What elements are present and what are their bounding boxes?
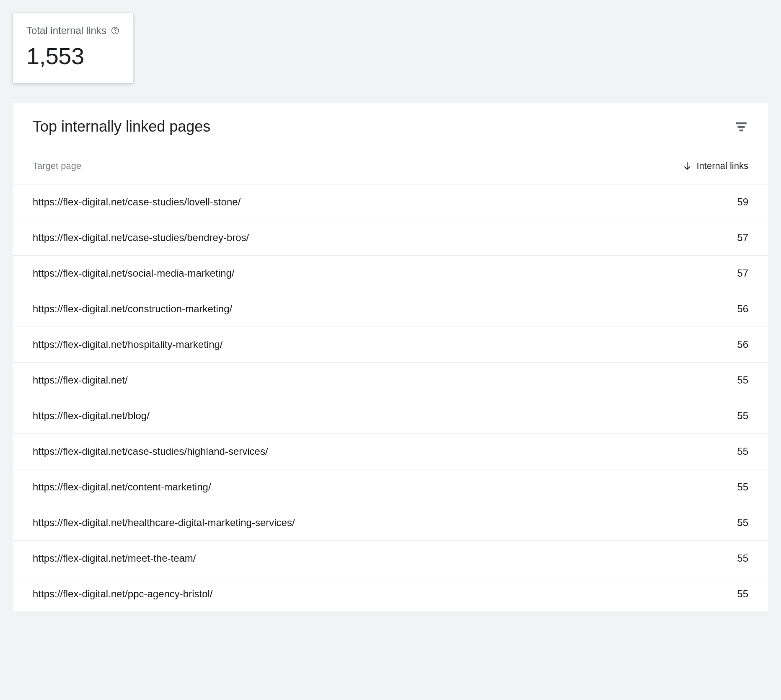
row-url: https://flex-digital.net/social-media-ma… bbox=[33, 267, 723, 279]
help-icon[interactable] bbox=[111, 26, 120, 35]
table-row[interactable]: https://flex-digital.net/55 bbox=[13, 363, 768, 398]
row-url: https://flex-digital.net/blog/ bbox=[33, 410, 723, 422]
svg-point-1 bbox=[115, 32, 116, 33]
table-row[interactable]: https://flex-digital.net/case-studies/lo… bbox=[13, 184, 768, 220]
arrow-down-icon bbox=[682, 161, 692, 171]
row-count: 55 bbox=[723, 552, 748, 564]
table-row[interactable]: https://flex-digital.net/content-marketi… bbox=[13, 469, 768, 505]
table-row[interactable]: https://flex-digital.net/healthcare-digi… bbox=[13, 505, 768, 541]
table-body: https://flex-digital.net/case-studies/lo… bbox=[13, 184, 768, 612]
row-count: 55 bbox=[723, 374, 748, 386]
row-url: https://flex-digital.net/case-studies/lo… bbox=[33, 196, 723, 208]
table-row[interactable]: https://flex-digital.net/hospitality-mar… bbox=[13, 327, 768, 363]
row-url: https://flex-digital.net/case-studies/hi… bbox=[33, 446, 723, 457]
column-header-internal-links-label: Internal links bbox=[696, 161, 748, 171]
row-url: https://flex-digital.net/hospitality-mar… bbox=[33, 339, 723, 350]
table-row[interactable]: https://flex-digital.net/social-media-ma… bbox=[13, 256, 768, 291]
total-links-value: 1,553 bbox=[26, 42, 120, 70]
row-url: https://flex-digital.net/construction-ma… bbox=[33, 303, 723, 315]
row-count: 59 bbox=[723, 196, 748, 208]
row-url: https://flex-digital.net/meet-the-team/ bbox=[33, 552, 723, 564]
row-url: https://flex-digital.net/healthcare-digi… bbox=[33, 517, 723, 529]
svg-rect-3 bbox=[738, 126, 745, 128]
table-header: Target page Internal links bbox=[13, 148, 768, 184]
panel-title: Top internally linked pages bbox=[33, 118, 210, 135]
total-links-label: Total internal links bbox=[26, 25, 106, 36]
row-count: 55 bbox=[723, 446, 748, 457]
table-row[interactable]: https://flex-digital.net/blog/55 bbox=[13, 398, 768, 434]
svg-rect-4 bbox=[740, 130, 743, 131]
row-url: https://flex-digital.net/content-marketi… bbox=[33, 481, 723, 493]
column-header-internal-links[interactable]: Internal links bbox=[682, 161, 748, 171]
table-row[interactable]: https://flex-digital.net/meet-the-team/5… bbox=[13, 541, 768, 576]
row-url: https://flex-digital.net/ bbox=[33, 374, 723, 386]
row-count: 56 bbox=[723, 339, 748, 350]
row-count: 57 bbox=[723, 267, 748, 279]
table-row[interactable]: https://flex-digital.net/case-studies/be… bbox=[13, 220, 768, 256]
row-count: 57 bbox=[723, 232, 748, 244]
row-count: 55 bbox=[723, 481, 748, 493]
row-count: 56 bbox=[723, 303, 748, 315]
table-row[interactable]: https://flex-digital.net/case-studies/hi… bbox=[13, 434, 768, 469]
table-row[interactable]: https://flex-digital.net/ppc-agency-bris… bbox=[13, 576, 768, 612]
row-url: https://flex-digital.net/case-studies/be… bbox=[33, 232, 723, 244]
row-count: 55 bbox=[723, 517, 748, 529]
top-linked-pages-panel: Top internally linked pages Target page … bbox=[13, 103, 768, 612]
filter-icon[interactable] bbox=[734, 119, 748, 134]
total-internal-links-card: Total internal links 1,553 bbox=[13, 13, 134, 83]
row-count: 55 bbox=[723, 588, 748, 600]
row-url: https://flex-digital.net/ppc-agency-bris… bbox=[33, 588, 723, 600]
column-header-target-page: Target page bbox=[33, 161, 682, 171]
svg-rect-2 bbox=[736, 122, 747, 124]
table-row[interactable]: https://flex-digital.net/construction-ma… bbox=[13, 291, 768, 327]
row-count: 55 bbox=[723, 410, 748, 422]
